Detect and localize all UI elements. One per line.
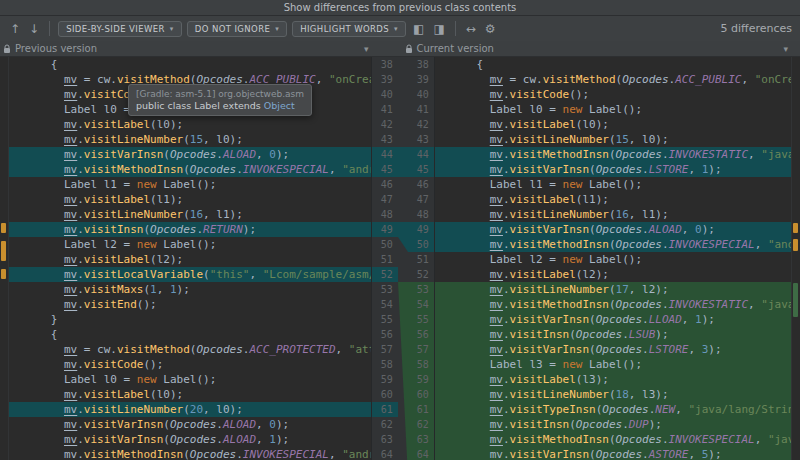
stripe-mark[interactable] (1, 269, 6, 279)
code-line[interactable]: mv = cw.visitMethod(Opcodes.ACC_PUBLIC, … (435, 72, 791, 87)
current-version-header: Current version ▾ (399, 41, 800, 57)
code-line[interactable]: mv.visitVarInsn(Opcodes.ALOAD, 0); (9, 417, 371, 432)
stripe-mark[interactable] (793, 283, 798, 317)
code-line[interactable]: mv.visitLineNumber(16, l1); (435, 207, 791, 222)
line-number: 52 (408, 267, 434, 282)
code-line[interactable]: mv.visitMethodInsn(Opcodes.INVOKESPECIAL… (9, 447, 371, 460)
line-number: 60 (408, 387, 434, 402)
code-line[interactable]: mv.visitVarInsn(Opcodes.LSTORE, 3); (435, 342, 791, 357)
settings-gear-icon[interactable]: ⚙ (483, 23, 498, 35)
code-line[interactable]: mv.visitEnd(); (9, 297, 371, 312)
fit-width-icon[interactable]: ↔ (464, 23, 478, 35)
code-line[interactable]: Label l2 = new Label(); (9, 237, 371, 252)
code-line[interactable]: mv.visitVarInsn(Opcodes.LLOAD, 1); (435, 312, 791, 327)
line-number: 57 (408, 342, 434, 357)
highlight-mode-dropdown[interactable]: HIGHLIGHT WORDS ▾ (292, 21, 406, 37)
line-number: 43 (408, 132, 434, 147)
code-line[interactable]: mv.visitTypeInsn(Opcodes.NEW, "java/lang… (435, 402, 791, 417)
code-line[interactable]: mv.visitInsn(Opcodes.LSUB); (435, 327, 791, 342)
code-line[interactable]: mv.visitVarInsn(Opcodes.ALOAD, 0); (9, 147, 371, 162)
toolbar-separator (455, 21, 456, 36)
line-number: 63 (372, 432, 398, 447)
code-line[interactable]: } (9, 312, 371, 327)
code-line[interactable]: mv.visitCode(); (9, 357, 371, 372)
chevron-down-icon[interactable]: ▾ (783, 44, 788, 54)
highlight-mode-label: HIGHLIGHT WORDS (300, 24, 389, 34)
line-number: 53 (408, 282, 434, 297)
stripe-mark[interactable] (1, 223, 6, 233)
code-line[interactable]: Label l0 = new Label(); (435, 102, 791, 117)
line-number: 43 (372, 132, 398, 147)
chevron-down-icon[interactable]: ▾ (364, 44, 369, 54)
code-line[interactable]: mv.visitLineNumber(15, l0); (9, 132, 371, 147)
code-line[interactable]: mv.visitLineNumber(17, l2); (435, 282, 791, 297)
code-line[interactable]: mv.visitMethodInsn(Opcodes.INVOKESPECIAL… (435, 432, 791, 447)
code-line[interactable]: mv.visitMethodInsn(Opcodes.INVOKESTATIC,… (435, 147, 791, 162)
line-number: 40 (408, 87, 434, 102)
code-line[interactable]: Label l0 = new Label(); (9, 372, 371, 387)
code-line[interactable]: { (9, 327, 371, 342)
previous-version-title: Previous version (15, 43, 97, 54)
code-line[interactable]: Label l1 = new Label(); (9, 177, 371, 192)
line-number: 59 (372, 372, 398, 387)
ignore-policy-dropdown[interactable]: DO NOT IGNORE ▾ (187, 21, 287, 37)
chevron-down-icon: ▾ (275, 25, 279, 33)
stripe-mark[interactable] (793, 223, 798, 233)
line-number: 54 (372, 297, 398, 312)
code-line[interactable]: mv.visitLabel(l1); (435, 192, 791, 207)
code-line[interactable]: mv.visitVarInsn(Opcodes.ALOAD, 1); (9, 432, 371, 447)
code-line[interactable]: mv.visitInsn(Opcodes.DUP); (435, 417, 791, 432)
line-number: 50 (372, 237, 398, 252)
code-line[interactable]: Label l1 = new Label(); (435, 177, 791, 192)
code-line[interactable]: mv.visitMaxs(1, 1); (9, 282, 371, 297)
code-line[interactable]: mv.visitLineNumber(20, l0); (9, 402, 371, 417)
code-line[interactable]: mv = cw.visitMethod(Opcodes.ACC_PROTECTE… (9, 342, 371, 357)
viewer-mode-dropdown[interactable]: SIDE-BY-SIDE VIEWER ▾ (58, 21, 182, 37)
code-line[interactable]: mv.visitLineNumber(15, l0); (435, 132, 791, 147)
left-line-number-gutter: 3839404142434445464748495051525354555657… (371, 41, 398, 460)
code-line[interactable]: mv.visitVarInsn(Opcodes.ALOAD, 0); (435, 222, 791, 237)
line-number: 64 (372, 447, 398, 460)
code-line[interactable]: mv.visitLabel(l2); (9, 252, 371, 267)
code-line[interactable]: mv.visitLabel(l0); (9, 117, 371, 132)
split-view-icon[interactable]: ◧ (411, 23, 426, 35)
line-number: 60 (372, 387, 398, 402)
code-line[interactable]: mv.visitLabel(l2); (435, 267, 791, 282)
code-line[interactable]: mv.visitVarInsn(Opcodes.ASTORE, 5); (435, 447, 791, 460)
differences-count: 5 differences (721, 22, 792, 35)
line-number: 56 (408, 327, 434, 342)
lock-icon (3, 44, 11, 54)
tooltip-object-link[interactable]: Object (264, 100, 295, 111)
stripe-mark[interactable] (793, 239, 798, 251)
code-line[interactable]: Label l3 = new Label(); (435, 357, 791, 372)
previous-difference-icon[interactable]: ↑ (8, 23, 22, 35)
code-line[interactable]: mv.visitLabel(l0); (435, 117, 791, 132)
code-line[interactable]: mv.visitLineNumber(18, l3); (435, 387, 791, 402)
ignore-policy-label: DO NOT IGNORE (195, 24, 271, 34)
code-line[interactable]: Label l2 = new Label(); (435, 252, 791, 267)
toolbar-separator (49, 21, 50, 36)
code-line[interactable]: mv.visitCode(); (435, 87, 791, 102)
diff-connector (398, 222, 408, 252)
left-error-stripe[interactable] (0, 41, 9, 460)
next-difference-icon[interactable]: ↓ (27, 23, 41, 35)
tooltip-module-line: [Gradle: asm-5.1] org.objectweb.asm (136, 88, 304, 100)
line-number: 42 (408, 117, 434, 132)
code-line[interactable]: mv.visitInsn(Opcodes.RETURN); (9, 222, 371, 237)
code-line[interactable]: mv.visitLabel(l0); (9, 387, 371, 402)
code-line[interactable]: mv.visitLabel(l1); (9, 192, 371, 207)
code-line[interactable]: mv.visitMethodInsn(Opcodes.INVOKESPECIAL… (435, 237, 791, 252)
code-line[interactable]: mv.visitLabel(l3); (435, 372, 791, 387)
right-error-stripe[interactable] (791, 41, 800, 460)
stripe-mark[interactable] (1, 241, 6, 261)
code-line[interactable]: mv.visitLocalVariable("this", "Lcom/samp… (9, 267, 371, 282)
code-line[interactable]: mv.visitVarInsn(Opcodes.LSTORE, 1); (435, 162, 791, 177)
line-number: 45 (408, 162, 434, 177)
code-line[interactable]: { (435, 57, 791, 72)
code-line[interactable]: { (9, 57, 371, 72)
code-line[interactable]: mv.visitMethodInsn(Opcodes.INVOKESPECIAL… (9, 162, 371, 177)
code-line[interactable]: mv.visitLineNumber(16, l1); (9, 207, 371, 222)
code-line[interactable]: mv.visitMethodInsn(Opcodes.INVOKESTATIC,… (435, 297, 791, 312)
line-number: 39 (408, 72, 434, 87)
compare-mode-icon[interactable]: ◨ (431, 23, 446, 35)
